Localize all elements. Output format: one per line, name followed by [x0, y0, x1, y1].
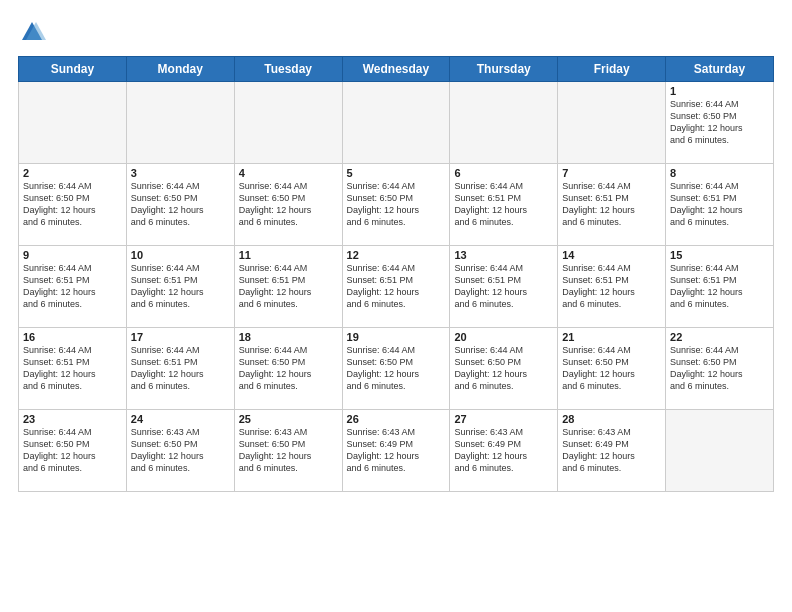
- calendar-cell-2-5: 14Sunrise: 6:44 AM Sunset: 6:51 PM Dayli…: [558, 246, 666, 328]
- day-number: 13: [454, 249, 553, 261]
- day-number: 25: [239, 413, 338, 425]
- day-info: Sunrise: 6:43 AM Sunset: 6:50 PM Dayligh…: [131, 426, 230, 475]
- calendar-cell-3-0: 16Sunrise: 6:44 AM Sunset: 6:51 PM Dayli…: [19, 328, 127, 410]
- page: SundayMondayTuesdayWednesdayThursdayFrid…: [0, 0, 792, 612]
- calendar-cell-3-3: 19Sunrise: 6:44 AM Sunset: 6:50 PM Dayli…: [342, 328, 450, 410]
- calendar-cell-1-0: 2Sunrise: 6:44 AM Sunset: 6:50 PM Daylig…: [19, 164, 127, 246]
- calendar-cell-4-6: [666, 410, 774, 492]
- day-info: Sunrise: 6:44 AM Sunset: 6:50 PM Dayligh…: [347, 344, 446, 393]
- day-info: Sunrise: 6:44 AM Sunset: 6:50 PM Dayligh…: [239, 180, 338, 229]
- day-info: Sunrise: 6:44 AM Sunset: 6:50 PM Dayligh…: [239, 344, 338, 393]
- day-number: 26: [347, 413, 446, 425]
- calendar-cell-2-1: 10Sunrise: 6:44 AM Sunset: 6:51 PM Dayli…: [126, 246, 234, 328]
- day-number: 22: [670, 331, 769, 343]
- calendar-cell-0-2: [234, 82, 342, 164]
- calendar-cell-3-6: 22Sunrise: 6:44 AM Sunset: 6:50 PM Dayli…: [666, 328, 774, 410]
- calendar-cell-1-6: 8Sunrise: 6:44 AM Sunset: 6:51 PM Daylig…: [666, 164, 774, 246]
- day-number: 14: [562, 249, 661, 261]
- calendar-cell-0-1: [126, 82, 234, 164]
- calendar-cell-1-3: 5Sunrise: 6:44 AM Sunset: 6:50 PM Daylig…: [342, 164, 450, 246]
- day-number: 9: [23, 249, 122, 261]
- day-number: 1: [670, 85, 769, 97]
- week-row-3: 16Sunrise: 6:44 AM Sunset: 6:51 PM Dayli…: [19, 328, 774, 410]
- weekday-header-tuesday: Tuesday: [234, 57, 342, 82]
- week-row-1: 2Sunrise: 6:44 AM Sunset: 6:50 PM Daylig…: [19, 164, 774, 246]
- day-number: 16: [23, 331, 122, 343]
- day-number: 28: [562, 413, 661, 425]
- day-number: 21: [562, 331, 661, 343]
- day-number: 24: [131, 413, 230, 425]
- calendar-cell-0-0: [19, 82, 127, 164]
- day-info: Sunrise: 6:43 AM Sunset: 6:49 PM Dayligh…: [454, 426, 553, 475]
- calendar-cell-1-2: 4Sunrise: 6:44 AM Sunset: 6:50 PM Daylig…: [234, 164, 342, 246]
- day-info: Sunrise: 6:44 AM Sunset: 6:50 PM Dayligh…: [670, 98, 769, 147]
- calendar-cell-4-1: 24Sunrise: 6:43 AM Sunset: 6:50 PM Dayli…: [126, 410, 234, 492]
- weekday-header-wednesday: Wednesday: [342, 57, 450, 82]
- day-number: 5: [347, 167, 446, 179]
- day-info: Sunrise: 6:44 AM Sunset: 6:51 PM Dayligh…: [23, 344, 122, 393]
- day-info: Sunrise: 6:44 AM Sunset: 6:51 PM Dayligh…: [131, 262, 230, 311]
- day-info: Sunrise: 6:44 AM Sunset: 6:50 PM Dayligh…: [131, 180, 230, 229]
- calendar-cell-4-3: 26Sunrise: 6:43 AM Sunset: 6:49 PM Dayli…: [342, 410, 450, 492]
- day-info: Sunrise: 6:44 AM Sunset: 6:51 PM Dayligh…: [23, 262, 122, 311]
- calendar-cell-3-4: 20Sunrise: 6:44 AM Sunset: 6:50 PM Dayli…: [450, 328, 558, 410]
- week-row-0: 1Sunrise: 6:44 AM Sunset: 6:50 PM Daylig…: [19, 82, 774, 164]
- calendar-cell-2-4: 13Sunrise: 6:44 AM Sunset: 6:51 PM Dayli…: [450, 246, 558, 328]
- day-number: 3: [131, 167, 230, 179]
- weekday-header-saturday: Saturday: [666, 57, 774, 82]
- day-number: 7: [562, 167, 661, 179]
- day-info: Sunrise: 6:44 AM Sunset: 6:50 PM Dayligh…: [454, 344, 553, 393]
- header: [18, 18, 774, 46]
- weekday-header-monday: Monday: [126, 57, 234, 82]
- day-info: Sunrise: 6:44 AM Sunset: 6:50 PM Dayligh…: [347, 180, 446, 229]
- calendar-cell-0-4: [450, 82, 558, 164]
- day-info: Sunrise: 6:44 AM Sunset: 6:51 PM Dayligh…: [562, 262, 661, 311]
- day-number: 2: [23, 167, 122, 179]
- weekday-header-friday: Friday: [558, 57, 666, 82]
- calendar-cell-2-0: 9Sunrise: 6:44 AM Sunset: 6:51 PM Daylig…: [19, 246, 127, 328]
- day-info: Sunrise: 6:44 AM Sunset: 6:50 PM Dayligh…: [23, 180, 122, 229]
- calendar-cell-3-1: 17Sunrise: 6:44 AM Sunset: 6:51 PM Dayli…: [126, 328, 234, 410]
- calendar-cell-2-3: 12Sunrise: 6:44 AM Sunset: 6:51 PM Dayli…: [342, 246, 450, 328]
- day-number: 4: [239, 167, 338, 179]
- calendar-cell-0-6: 1Sunrise: 6:44 AM Sunset: 6:50 PM Daylig…: [666, 82, 774, 164]
- day-number: 20: [454, 331, 553, 343]
- day-number: 17: [131, 331, 230, 343]
- calendar-cell-3-2: 18Sunrise: 6:44 AM Sunset: 6:50 PM Dayli…: [234, 328, 342, 410]
- day-number: 12: [347, 249, 446, 261]
- day-number: 11: [239, 249, 338, 261]
- day-info: Sunrise: 6:44 AM Sunset: 6:51 PM Dayligh…: [562, 180, 661, 229]
- weekday-header-thursday: Thursday: [450, 57, 558, 82]
- day-info: Sunrise: 6:43 AM Sunset: 6:49 PM Dayligh…: [562, 426, 661, 475]
- calendar-cell-0-3: [342, 82, 450, 164]
- weekday-header-row: SundayMondayTuesdayWednesdayThursdayFrid…: [19, 57, 774, 82]
- logo-icon: [18, 18, 46, 46]
- calendar-table: SundayMondayTuesdayWednesdayThursdayFrid…: [18, 56, 774, 492]
- calendar-cell-2-6: 15Sunrise: 6:44 AM Sunset: 6:51 PM Dayli…: [666, 246, 774, 328]
- day-info: Sunrise: 6:44 AM Sunset: 6:50 PM Dayligh…: [562, 344, 661, 393]
- day-info: Sunrise: 6:44 AM Sunset: 6:51 PM Dayligh…: [454, 180, 553, 229]
- calendar-cell-4-2: 25Sunrise: 6:43 AM Sunset: 6:50 PM Dayli…: [234, 410, 342, 492]
- day-info: Sunrise: 6:44 AM Sunset: 6:51 PM Dayligh…: [670, 180, 769, 229]
- day-info: Sunrise: 6:44 AM Sunset: 6:51 PM Dayligh…: [131, 344, 230, 393]
- week-row-2: 9Sunrise: 6:44 AM Sunset: 6:51 PM Daylig…: [19, 246, 774, 328]
- calendar-cell-1-1: 3Sunrise: 6:44 AM Sunset: 6:50 PM Daylig…: [126, 164, 234, 246]
- day-info: Sunrise: 6:44 AM Sunset: 6:50 PM Dayligh…: [670, 344, 769, 393]
- day-number: 6: [454, 167, 553, 179]
- calendar-cell-1-5: 7Sunrise: 6:44 AM Sunset: 6:51 PM Daylig…: [558, 164, 666, 246]
- day-number: 18: [239, 331, 338, 343]
- calendar-cell-4-4: 27Sunrise: 6:43 AM Sunset: 6:49 PM Dayli…: [450, 410, 558, 492]
- week-row-4: 23Sunrise: 6:44 AM Sunset: 6:50 PM Dayli…: [19, 410, 774, 492]
- day-number: 27: [454, 413, 553, 425]
- day-info: Sunrise: 6:43 AM Sunset: 6:49 PM Dayligh…: [347, 426, 446, 475]
- day-info: Sunrise: 6:44 AM Sunset: 6:51 PM Dayligh…: [670, 262, 769, 311]
- calendar-cell-1-4: 6Sunrise: 6:44 AM Sunset: 6:51 PM Daylig…: [450, 164, 558, 246]
- day-number: 10: [131, 249, 230, 261]
- day-info: Sunrise: 6:44 AM Sunset: 6:51 PM Dayligh…: [239, 262, 338, 311]
- calendar-cell-4-5: 28Sunrise: 6:43 AM Sunset: 6:49 PM Dayli…: [558, 410, 666, 492]
- calendar-cell-2-2: 11Sunrise: 6:44 AM Sunset: 6:51 PM Dayli…: [234, 246, 342, 328]
- calendar-cell-3-5: 21Sunrise: 6:44 AM Sunset: 6:50 PM Dayli…: [558, 328, 666, 410]
- day-info: Sunrise: 6:44 AM Sunset: 6:51 PM Dayligh…: [347, 262, 446, 311]
- day-number: 19: [347, 331, 446, 343]
- day-number: 15: [670, 249, 769, 261]
